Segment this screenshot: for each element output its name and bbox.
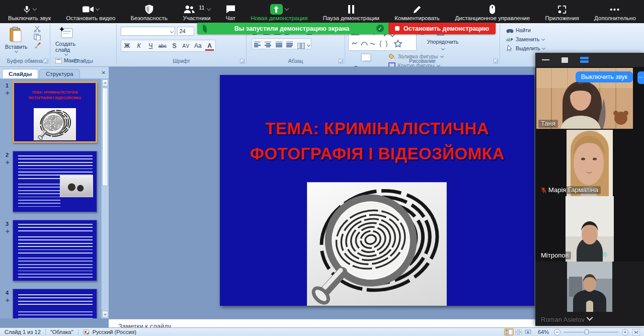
slide-title[interactable]: ТЕМА: КРИМІНАЛІСТИЧНА ФОТОГРАФІЯ І ВІДЕО… [220, 116, 534, 166]
paragraph-dialog-launcher[interactable]: ◿ [339, 59, 343, 63]
slideshow-view-button[interactable] [523, 328, 533, 335]
new-share-label: Новая демонстрация [251, 15, 307, 21]
fingerprint-magnifier-image[interactable] [307, 182, 447, 306]
new-slide-button[interactable]: Создать слайд [53, 26, 78, 56]
pause-icon [348, 5, 354, 14]
format-painter-button[interactable] [34, 42, 41, 48]
font-dialog-launcher[interactable]: ◿ [240, 59, 245, 63]
participant-more-button[interactable]: ⋯ [637, 71, 644, 84]
apps-label: Приложения [545, 15, 579, 21]
slide-title-line-1: ТЕМА: КРИМІНАЛІСТИЧНА [220, 116, 534, 141]
video-panel-titlebar[interactable] [535, 53, 644, 67]
change-case-button[interactable]: Aa [193, 41, 203, 50]
more-icon: ••• [610, 7, 620, 12]
mic-icon [23, 5, 31, 15]
underline-button[interactable]: Ч [146, 41, 155, 50]
chat-button[interactable]: Чат [225, 0, 236, 23]
theme-name: "Облака" [50, 329, 73, 335]
scroll-down-button[interactable] [102, 311, 108, 318]
video-tile-4[interactable]: Roman Asielov [535, 262, 644, 326]
font-name-combo[interactable] [121, 27, 175, 36]
italic-button[interactable]: К [134, 41, 143, 50]
stop-share-label: Остановить демонстрацию [404, 25, 489, 32]
thumbnail-row-3: 3 [2, 220, 100, 285]
security-button[interactable]: Безопасность [130, 0, 169, 23]
slide-thumbnail-3[interactable] [13, 220, 97, 281]
scroll-up-button[interactable] [102, 79, 108, 87]
font-color-button[interactable]: А [205, 41, 214, 51]
tab-slides[interactable]: Слайды [2, 69, 38, 78]
slide-thumbnail-1[interactable]: ТЕМА: КРИМІНАЛІСТИЧНАФОТОГРАФІЯ І ВІДЕОЗ… [13, 81, 97, 143]
copy-button[interactable] [34, 34, 41, 40]
chevron-down-icon [307, 43, 310, 47]
video-tile-1[interactable]: Выключить звук ⋯ Таня [535, 67, 644, 130]
chevron-down-icon[interactable] [285, 7, 289, 11]
mute-button[interactable]: Выключить звук [7, 0, 52, 23]
stop-share-button[interactable]: Остановить демонстрацию [388, 23, 496, 34]
text-shadow-button[interactable]: S [170, 41, 179, 50]
gallery-view-icon[interactable] [580, 57, 589, 63]
participant-video [567, 262, 612, 312]
find-button[interactable]: Найти [506, 27, 545, 33]
justify-button[interactable] [285, 41, 294, 48]
camera-icon [83, 6, 94, 13]
participants-button[interactable]: 11 Участники [182, 0, 211, 23]
slide-number: 1 [3, 82, 11, 89]
thumbnails-scrollbar[interactable] [101, 79, 109, 318]
stop-video-button[interactable]: Остановить видео [65, 0, 116, 23]
scrollbar-thumb[interactable] [102, 88, 108, 186]
language-indicator[interactable]: Русский (Россия) [93, 329, 136, 335]
align-center-button[interactable] [264, 41, 272, 48]
columns-button[interactable] [296, 41, 305, 48]
mute-participant-button[interactable]: Выключить звук [576, 71, 633, 82]
zoom-slider[interactable] [564, 331, 619, 333]
strikethrough-button[interactable]: abc [157, 41, 167, 51]
font-size-combo[interactable]: 24 [177, 27, 194, 36]
slide-thumbnail-4[interactable] [13, 289, 97, 318]
collapse-videos-button[interactable] [588, 313, 592, 322]
animation-indicator-icon [5, 91, 10, 96]
close-panel-button[interactable]: ✕ [102, 70, 106, 75]
zoom-slider-thumb[interactable] [585, 329, 589, 334]
slide-sorter-view-button[interactable] [514, 328, 523, 335]
apps-icon [557, 5, 567, 14]
zoom-level: 64% [538, 329, 549, 335]
select-button[interactable]: Выделить [506, 45, 545, 51]
apps-button[interactable]: Приложения [544, 0, 580, 23]
copy-icon [34, 34, 41, 40]
annotate-label: Комментировать [394, 15, 440, 21]
normal-view-button[interactable] [504, 328, 514, 335]
more-button[interactable]: ••• Дополнительно [593, 0, 637, 23]
paste-button[interactable]: Вставить [3, 26, 30, 53]
maximize-icon[interactable] [561, 57, 568, 63]
new-share-button[interactable]: Новая демонстрация [250, 0, 308, 23]
thumbnail-list: 1 ТЕМА: КРИМІНАЛІСТИЧНАФОТОГРАФІЯ І ВІДЕ… [0, 79, 101, 318]
pause-share-button[interactable]: Пауза демонстрации [322, 0, 380, 23]
thumbnail-photo [60, 176, 93, 197]
tab-outline[interactable]: Структура [39, 69, 80, 78]
slide-thumbnail-2[interactable] [13, 151, 97, 212]
chevron-down-icon[interactable] [96, 7, 100, 11]
slides-group-label: Слайды [50, 58, 116, 64]
spellcheck-icon[interactable] [83, 329, 89, 335]
cut-button[interactable] [34, 26, 41, 32]
bold-button[interactable]: Ж [122, 41, 132, 50]
video-tile-2[interactable]: Марія Гарматіна [535, 130, 644, 196]
current-slide[interactable]: ТЕМА: КРИМІНАЛІСТИЧНА ФОТОГРАФІЯ І ВІДЕО… [220, 75, 534, 306]
clipboard-dialog-launcher[interactable]: ◿ [44, 59, 48, 63]
zoom-out-button[interactable]: − [554, 329, 560, 335]
chevron-down-icon[interactable] [33, 7, 37, 11]
chevron-down-icon[interactable] [206, 7, 210, 11]
minimize-icon[interactable] [542, 59, 549, 60]
fit-to-window-button[interactable] [632, 329, 640, 335]
drawing-dialog-launcher[interactable]: ◿ [494, 59, 498, 63]
char-spacing-button[interactable]: AV [181, 41, 191, 51]
chat-label: Чат [226, 15, 235, 21]
align-left-button[interactable] [253, 41, 262, 48]
replace-button[interactable]: abЗаменить [506, 36, 545, 42]
align-right-button[interactable] [275, 41, 283, 48]
remote-control-button[interactable]: Дистанционное управление [454, 0, 531, 23]
zoom-in-button[interactable]: + [622, 329, 628, 335]
annotate-button[interactable]: Комментировать [393, 0, 441, 23]
video-tile-3[interactable]: Мітропов [535, 196, 644, 262]
